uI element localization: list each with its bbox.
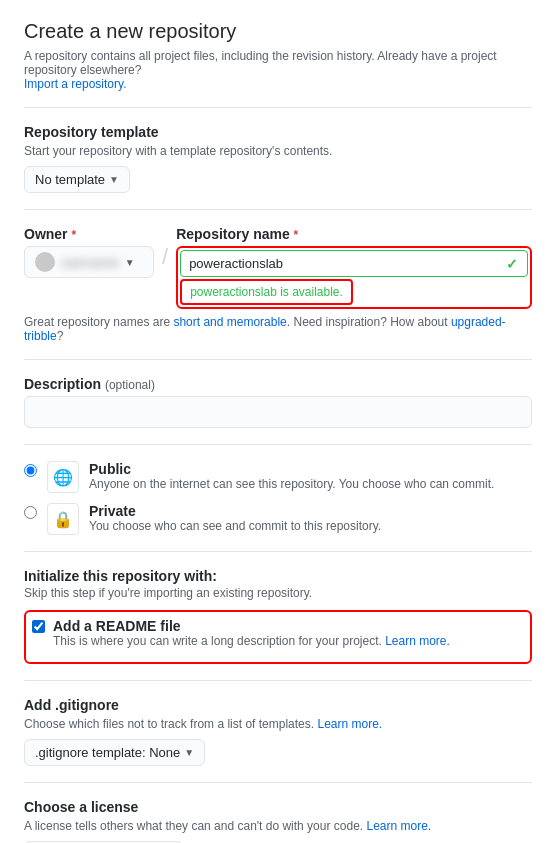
owner-chevron-icon: ▼ (125, 257, 135, 268)
init-desc: Skip this step if you're importing an ex… (24, 586, 532, 600)
owner-required-star: * (71, 228, 76, 242)
great-names-link[interactable]: short and memorable (173, 315, 286, 329)
readme-desc: This is where you can write a long descr… (53, 634, 450, 648)
visibility-section: 🌐 Public Anyone on the internet can see … (24, 461, 532, 535)
divider-1 (24, 107, 532, 108)
license-desc: A license tells others what they can and… (24, 819, 532, 833)
repo-name-section: Repository name * ✓ poweractionslab is a… (176, 226, 532, 309)
public-option: 🌐 Public Anyone on the internet can see … (24, 461, 532, 493)
readme-learn-more[interactable]: Learn more. (385, 634, 450, 648)
gitignore-dropdown-label: .gitignore template: None (35, 745, 180, 760)
private-label: Private You choose who can see and commi… (89, 503, 381, 533)
chevron-down-icon: ▼ (109, 174, 119, 185)
repo-name-label: Repository name * (176, 226, 532, 242)
template-desc: Start your repository with a template re… (24, 144, 532, 158)
license-section: Choose a license A license tells others … (24, 799, 532, 843)
checkmark-icon: ✓ (506, 256, 518, 272)
owner-section: Owner * username ▼ (24, 226, 154, 278)
page-title: Create a new repository (24, 20, 532, 43)
description-section: Description (optional) (24, 376, 532, 428)
divider-7 (24, 782, 532, 783)
gitignore-desc: Choose which files not to track from a l… (24, 717, 532, 731)
gitignore-dropdown[interactable]: .gitignore template: None ▼ (24, 739, 205, 766)
private-radio[interactable] (24, 506, 37, 519)
template-dropdown[interactable]: No template ▼ (24, 166, 130, 193)
template-title: Repository template (24, 124, 532, 140)
init-title: Initialize this repository with: (24, 568, 532, 584)
divider-2 (24, 209, 532, 210)
owner-field: username ▼ (24, 246, 154, 278)
gitignore-title: Add .gitignore (24, 697, 532, 713)
readme-title: Add a README file (53, 618, 450, 634)
repo-name-input[interactable] (180, 250, 528, 277)
readme-box: Add a README file This is where you can … (24, 610, 532, 664)
gitignore-learn-more[interactable]: Learn more. (317, 717, 382, 731)
owner-name: username (61, 255, 119, 270)
avatar (35, 252, 55, 272)
private-option: 🔒 Private You choose who can see and com… (24, 503, 532, 535)
private-title: Private (89, 503, 381, 519)
gitignore-section: Add .gitignore Choose which files not to… (24, 697, 532, 766)
template-dropdown-label: No template (35, 172, 105, 187)
page-subtitle: A repository contains all project files,… (24, 49, 532, 91)
import-link[interactable]: Import a repository. (24, 77, 126, 91)
owner-repo-row: Owner * username ▼ / Repository name * ✓… (24, 226, 532, 309)
private-icon: 🔒 (47, 503, 79, 535)
description-input[interactable] (24, 396, 532, 428)
license-title: Choose a license (24, 799, 532, 815)
repo-name-input-box: ✓ poweractionslab is available. (176, 246, 532, 309)
private-desc: You choose who can see and commit to thi… (89, 519, 381, 533)
public-title: Public (89, 461, 494, 477)
slash-divider: / (162, 244, 168, 270)
description-label: Description (optional) (24, 376, 532, 392)
init-section: Initialize this repository with: Skip th… (24, 568, 532, 664)
gitignore-chevron-icon: ▼ (184, 747, 194, 758)
repo-name-required-star: * (294, 228, 299, 242)
owner-label: Owner * (24, 226, 154, 242)
repo-name-wrapper: ✓ (180, 250, 528, 277)
divider-3 (24, 359, 532, 360)
public-icon: 🌐 (47, 461, 79, 493)
public-desc: Anyone on the internet can see this repo… (89, 477, 494, 491)
readme-checkbox[interactable] (32, 620, 45, 633)
description-optional: (optional) (105, 378, 155, 392)
readme-option: Add a README file This is where you can … (32, 618, 524, 648)
divider-4 (24, 444, 532, 445)
license-learn-more[interactable]: Learn more. (367, 819, 432, 833)
divider-6 (24, 680, 532, 681)
public-radio[interactable] (24, 464, 37, 477)
template-section: Repository template Start your repositor… (24, 124, 532, 193)
great-names-text: Great repository names are short and mem… (24, 315, 532, 343)
public-label: Public Anyone on the internet can see th… (89, 461, 494, 491)
readme-label: Add a README file This is where you can … (53, 618, 450, 648)
availability-tooltip: poweractionslab is available. (180, 279, 353, 305)
divider-5 (24, 551, 532, 552)
